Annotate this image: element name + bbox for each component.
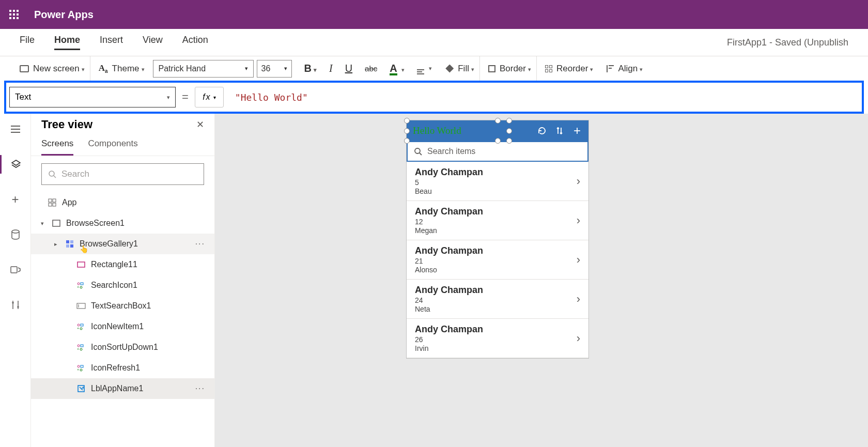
add-icon[interactable]: + — [572, 126, 582, 136]
menu-file[interactable]: File — [20, 35, 35, 50]
tree-row[interactable]: +IconRefresh1 — [31, 358, 214, 378]
theme-button[interactable]: Aa Theme — [94, 56, 150, 81]
svg-point-0 — [12, 230, 19, 233]
property-select[interactable]: Text ▾ — [9, 87, 176, 107]
title-bar: Power Apps — [0, 0, 868, 29]
menu-bar: File Home Insert View Action FirstApp1 -… — [0, 29, 868, 56]
tree-row[interactable]: LblAppName1··· — [31, 378, 214, 399]
tree-row[interactable]: ▾BrowseScreen1 — [31, 213, 214, 234]
svg-rect-6 — [49, 203, 52, 206]
sort-icon[interactable] — [554, 126, 565, 136]
border-label: Border — [500, 64, 531, 74]
tools-icon — [11, 300, 20, 310]
underline-button[interactable]: U — [345, 63, 352, 74]
svg-point-33 — [415, 148, 420, 153]
bold-button[interactable]: B — [304, 63, 317, 74]
tree-item-icon: + — [75, 321, 87, 332]
gallery-item[interactable]: Andy Champan5Beau› — [407, 162, 588, 201]
align-button[interactable]: Align — [601, 56, 648, 81]
svg-rect-21 — [81, 324, 83, 326]
fill-button[interactable]: Fill — [440, 56, 480, 81]
svg-rect-25 — [81, 345, 83, 347]
italic-button[interactable]: I — [329, 63, 333, 74]
menu-home[interactable]: Home — [54, 35, 80, 50]
svg-rect-4 — [49, 199, 52, 202]
gallery-item[interactable]: Andy Champan12Megan› — [407, 201, 588, 240]
menu-action[interactable]: Action — [182, 35, 208, 50]
gallery-item-sub: Megan — [415, 226, 483, 235]
gallery-item-number: 24 — [415, 296, 483, 304]
layers-icon — [11, 159, 21, 169]
border-icon — [488, 65, 495, 72]
gallery-item[interactable]: Andy Champan26Irvin› — [407, 319, 588, 358]
svg-point-23 — [80, 328, 82, 330]
phone-header-title[interactable]: Hello World — [413, 125, 530, 136]
svg-rect-12 — [70, 244, 73, 248]
chevron-right-icon: › — [577, 292, 580, 306]
search-icon — [48, 170, 56, 178]
rail-data[interactable] — [0, 225, 30, 244]
svg-point-20 — [78, 324, 80, 326]
tree-row[interactable]: Rectangle11 — [31, 254, 214, 275]
tree-item-icon: + — [75, 342, 87, 353]
phone-gallery[interactable]: Andy Champan5Beau›Andy Champan12Megan›An… — [407, 162, 588, 358]
gallery-item[interactable]: Andy Champan24Neta› — [407, 280, 588, 319]
new-screen-button[interactable]: New screen — [14, 56, 90, 81]
more-icon[interactable]: ··· — [195, 384, 205, 393]
rail-insert[interactable]: + — [0, 190, 30, 209]
gallery-item-name: Andy Champan — [415, 324, 483, 335]
gallery-item-sub: Alonso — [415, 266, 483, 274]
media-icon — [10, 265, 21, 274]
fx-icon: x — [206, 93, 210, 102]
phone-search-placeholder: Search items — [427, 147, 475, 156]
gallery-item-sub: Neta — [415, 305, 483, 313]
tab-components[interactable]: Components — [88, 138, 137, 156]
fx-expand-button[interactable]: fx▾ — [195, 87, 224, 107]
svg-point-27 — [80, 348, 82, 350]
tree-app-root[interactable]: App — [31, 192, 214, 213]
border-button[interactable]: Border — [483, 56, 537, 81]
tree-row[interactable]: TextSearchBox1 — [31, 296, 214, 316]
rail-tree-view[interactable] — [0, 155, 30, 174]
tree-item-label: IconNewItem1 — [91, 322, 144, 331]
tree-row[interactable]: +SearchIcon1 — [31, 275, 214, 296]
phone-header[interactable]: Hello World + — [407, 120, 588, 141]
font-size-select[interactable]: 36 ▾ — [257, 60, 292, 78]
svg-rect-11 — [66, 244, 69, 248]
reorder-button[interactable]: Reorder — [540, 56, 598, 81]
font-family-select[interactable]: Patrick Hand ▾ — [153, 60, 254, 78]
gallery-item-number: 26 — [415, 335, 483, 344]
more-icon[interactable]: ··· — [195, 239, 205, 249]
left-rail: + — [0, 114, 31, 447]
paint-bucket-icon — [445, 65, 454, 73]
canvas-area[interactable]: Hello World + Search items Andy Champan5… — [215, 114, 868, 447]
align-label: Align — [618, 64, 643, 74]
strikethrough-button[interactable]: abc — [365, 64, 377, 73]
rail-tools[interactable] — [0, 296, 30, 314]
tree-search-input[interactable]: Search — [41, 163, 204, 185]
reorder-icon — [545, 65, 552, 72]
formula-input[interactable] — [230, 87, 859, 107]
close-panel-button[interactable]: ✕ — [196, 119, 204, 130]
menu-insert[interactable]: Insert — [100, 35, 123, 50]
font-color-button[interactable]: A — [390, 63, 405, 74]
rail-hamburger[interactable] — [0, 120, 30, 138]
tree-item-label: Rectangle11 — [91, 260, 137, 269]
property-value: Text — [15, 92, 31, 102]
tree-item-label: IconRefresh1 — [91, 363, 140, 373]
tree-item-label: BrowseScreen1 — [66, 219, 125, 228]
phone-preview: Hello World + Search items Andy Champan5… — [406, 120, 589, 359]
app-launcher-icon[interactable] — [9, 10, 19, 19]
menu-view[interactable]: View — [143, 35, 163, 50]
rail-media[interactable] — [0, 260, 30, 279]
tree-row[interactable]: ▸BrowseGallery1···👆 — [31, 234, 214, 254]
gallery-item-name: Andy Champan — [415, 245, 483, 256]
text-align-button[interactable] — [417, 63, 432, 74]
gallery-item[interactable]: Andy Champan21Alonso› — [407, 240, 588, 280]
phone-search-input[interactable]: Search items — [407, 141, 588, 162]
tab-screens[interactable]: Screens — [41, 138, 73, 156]
tree-row[interactable]: +IconSortUpDown1 — [31, 337, 214, 358]
tree-row[interactable]: +IconNewItem1 — [31, 316, 214, 337]
refresh-icon[interactable] — [537, 126, 547, 136]
cursor-icon: 👆 — [80, 245, 88, 253]
